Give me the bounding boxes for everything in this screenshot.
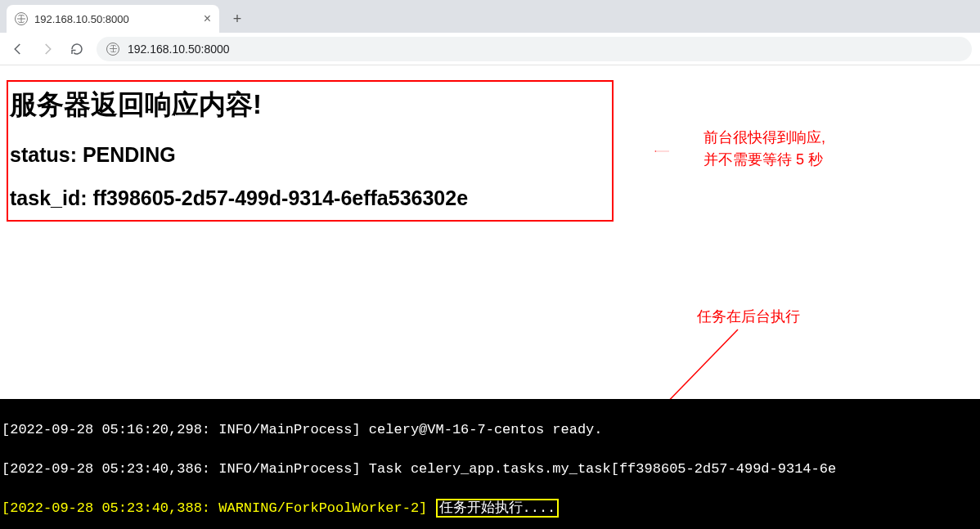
svg-marker-1 bbox=[654, 150, 656, 152]
terminal-warning-prefix-1: [2022-09-28 05:23:40,388: WARNING/ForkPo… bbox=[2, 500, 427, 516]
terminal-line-1: [2022-09-28 05:16:20,298: INFO/MainProce… bbox=[2, 420, 978, 440]
browser-tab-active[interactable]: 192.168.10.50:8000 × bbox=[7, 5, 219, 33]
annotation-frontend: 前台很快得到响应, 并不需要等待 5 秒 bbox=[704, 127, 825, 171]
annotation-arrow-1 bbox=[625, 150, 699, 152]
close-icon[interactable]: × bbox=[204, 12, 211, 25]
annotation-frontend-line2: 并不需要等待 5 秒 bbox=[704, 151, 823, 168]
terminal-output: [2022-09-28 05:16:20,298: INFO/MainProce… bbox=[0, 399, 980, 529]
address-bar[interactable]: 192.168.10.50:8000 bbox=[97, 37, 972, 61]
back-button[interactable] bbox=[8, 39, 28, 59]
task-id-line: task_id: ff398605-2d57-499d-9314-6effa53… bbox=[10, 186, 610, 210]
globe-icon bbox=[15, 12, 28, 25]
new-tab-button[interactable]: + bbox=[226, 7, 249, 30]
response-highlight-box: 服务器返回响应内容! status: PENDING task_id: ff39… bbox=[7, 80, 614, 222]
response-title: 服务器返回响应内容! bbox=[10, 87, 610, 123]
status-line: status: PENDING bbox=[10, 143, 610, 167]
tab-title: 192.168.10.50:8000 bbox=[34, 13, 129, 25]
globe-icon bbox=[106, 43, 119, 56]
reload-button[interactable] bbox=[67, 39, 87, 59]
terminal-task-start-msg: 任务开始执行.... bbox=[436, 499, 560, 518]
forward-button[interactable] bbox=[38, 39, 57, 59]
annotation-frontend-line1: 前台很快得到响应, bbox=[704, 129, 825, 146]
browser-toolbar: 192.168.10.50:8000 bbox=[0, 33, 980, 65]
annotation-backend: 任务在后台执行 bbox=[697, 307, 800, 326]
terminal-line-3: [2022-09-28 05:23:40,388: WARNING/ForkPo… bbox=[2, 499, 978, 518]
url-text: 192.168.10.50:8000 bbox=[128, 43, 230, 56]
browser-tab-strip: 192.168.10.50:8000 × + bbox=[0, 0, 980, 33]
terminal-line-2: [2022-09-28 05:23:40,386: INFO/MainProce… bbox=[2, 460, 978, 479]
